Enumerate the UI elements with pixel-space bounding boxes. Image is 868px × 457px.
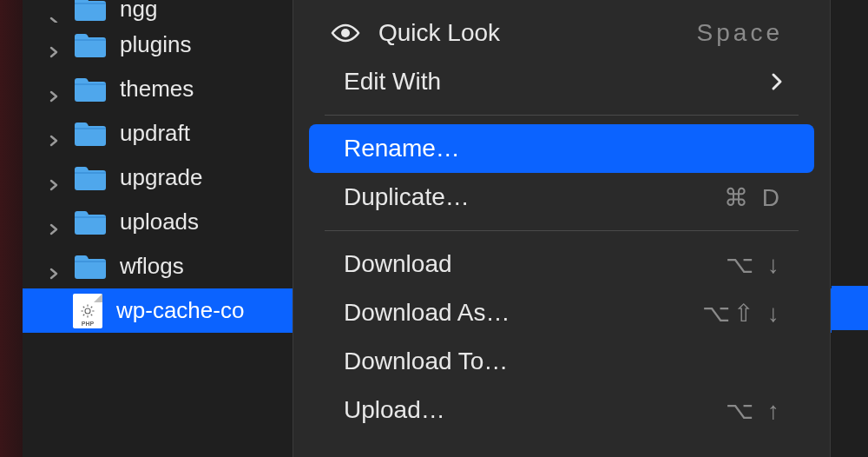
file-name: ngg [120,0,157,23]
submenu-chevron-icon [771,72,783,91]
file-list-right-continuation [832,0,868,457]
menu-shortcut: ⌥⇧ ↓ [702,299,783,328]
chevron-right-icon [47,215,61,229]
menu-label: Duplicate… [344,183,724,211]
menu-shortcut: ⌥ ↓ [726,250,783,279]
selection-highlight-continuation [832,286,868,330]
folder-icon [73,76,108,103]
folder-icon [73,120,108,148]
folder-icon [73,209,108,236]
folder-icon [73,164,108,192]
menu-label: Download [344,250,726,278]
file-name: plugins [120,31,191,58]
chevron-right-icon [47,38,61,52]
chevron-right-icon [47,127,61,141]
svg-point-1 [341,29,350,37]
menu-shortcut: ⌘ D [724,183,783,212]
window-left-edge [0,0,23,457]
svg-point-0 [85,308,90,314]
menu-item-rename[interactable]: Rename… [309,124,814,173]
menu-label: Quick Look [378,19,697,47]
menu-shortcut: Space [697,19,783,47]
folder-icon [73,253,108,281]
file-name: uploads [120,209,199,235]
file-name: updraft [120,120,190,147]
menu-shortcut: ⌥ ↑ [726,396,783,425]
file-name: wp-cache-co [116,297,244,324]
menu-item-upload[interactable]: Upload… ⌥ ↑ [309,386,814,434]
menu-label: Download To… [344,348,783,375]
chevron-right-icon [47,83,61,96]
folder-icon [73,0,108,23]
menu-label: Rename… [344,135,783,162]
chevron-right-icon [47,9,61,23]
menu-item-duplicate[interactable]: Duplicate… ⌘ D [309,173,814,222]
file-name: upgrade [120,164,202,191]
php-file-icon: PHP [73,294,102,328]
menu-item-quick-look[interactable]: Quick Look Space [309,9,814,57]
context-menu: Quick Look Space Edit With Rename… Dupli… [293,0,831,457]
menu-item-edit-with[interactable]: Edit With [309,57,814,106]
eye-icon [325,23,366,43]
file-name: wflogs [120,253,184,280]
chevron-right-icon [47,171,61,185]
file-name: themes [120,76,194,103]
menu-label: Download As… [344,299,702,327]
menu-separator [325,230,799,231]
menu-label: Edit With [344,68,771,96]
menu-label: Upload… [344,396,726,424]
menu-item-download-as[interactable]: Download As… ⌥⇧ ↓ [309,288,814,337]
menu-item-download-to[interactable]: Download To… [309,337,814,386]
folder-icon [73,31,108,59]
chevron-right-icon [47,260,61,274]
menu-item-download[interactable]: Download ⌥ ↓ [309,240,814,288]
menu-separator [325,115,799,116]
